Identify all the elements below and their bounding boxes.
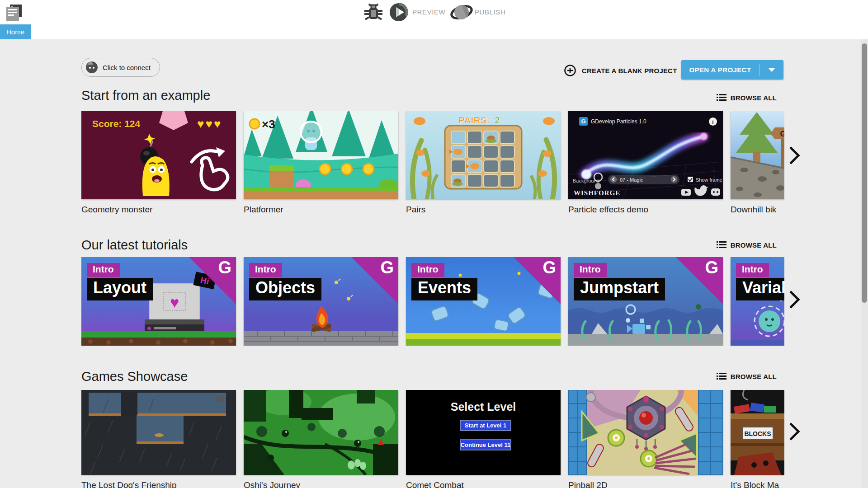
card-label: Geometry monster <box>81 205 236 215</box>
browse-all-label: BROWSE ALL <box>731 373 777 380</box>
tutorial-card-events[interactable]: G Intro Events <box>406 257 561 346</box>
topic-badge: Jumpstart <box>574 278 665 300</box>
example-card-downhill[interactable]: G Downhill bik <box>731 111 784 215</box>
info-icon[interactable]: i <box>712 119 713 125</box>
publish-label[interactable]: PUBLISH <box>475 8 505 16</box>
create-blank-project-button[interactable]: CREATE A BLANK PROJECT <box>564 64 677 77</box>
tutorial-card-objects[interactable]: G Intro Objects <box>244 257 398 346</box>
profile-face-icon <box>85 61 98 74</box>
intro-badge: Intro <box>87 263 120 277</box>
oshi-scene <box>244 390 398 475</box>
show-frame-label: Show frame <box>696 177 722 183</box>
intro-badge: Intro <box>736 263 769 277</box>
showcase-card-oshi[interactable]: Oshi's Journey <box>244 390 398 488</box>
preview-label[interactable]: PREVIEW <box>412 8 445 16</box>
showcase-card-pinball[interactable]: Pinball 2D <box>568 390 723 488</box>
browse-all-examples[interactable]: BROWSE ALL <box>717 94 777 102</box>
blocks-sign: BLOCKS <box>744 430 771 437</box>
showcase-card-lost-dog[interactable]: The Lost Dog's Frienship <box>81 390 236 488</box>
browse-all-label: BROWSE ALL <box>731 241 777 249</box>
tutorial-card-layout[interactable]: ♥ Hi G Intro <box>81 257 236 346</box>
card-label: Platformer <box>244 205 398 215</box>
card-label: Pinball 2D <box>568 480 723 488</box>
browse-all-tutorials[interactable]: BROWSE ALL <box>717 241 777 249</box>
tutorials-row: ♥ Hi G Intro <box>81 257 784 346</box>
particles-logo: G <box>581 118 585 125</box>
section-title-tutorials: Our latest tutorials <box>81 238 188 253</box>
showcase-card-blocks[interactable]: BLOCKS <box>731 390 784 488</box>
showcase-row: The Lost Dog's Frienship <box>81 390 784 488</box>
showcase-card-comet[interactable]: Select Level Start at Level 1 Continue L… <box>406 390 561 488</box>
example-card-particles[interactable]: G GDevelop Particles 1.0 i Background 07… <box>568 111 723 215</box>
intro-badge: Intro <box>249 263 282 277</box>
pairs-count: 2 <box>495 115 500 125</box>
coin-counter: ×3 <box>262 117 275 131</box>
gdevelop-logo: G <box>380 258 394 277</box>
card-label: The Lost Dog's Frienship <box>81 480 236 488</box>
example-card-geometry-monster[interactable]: Score: 124 ♥♥♥ <box>81 111 236 215</box>
particles-title: GDevelop Particles 1.0 <box>591 118 646 125</box>
chevron-down-icon <box>769 68 775 72</box>
example-card-pairs[interactable]: PAIRS: 2 <box>406 111 561 215</box>
pairs-header: PAIRS: <box>458 115 490 125</box>
particles-scene: G GDevelop Particles 1.0 i Background 07… <box>568 111 723 199</box>
card-label: Pairs <box>406 205 561 215</box>
preview-play-icon[interactable] <box>389 2 409 22</box>
card-label: It's Block Ma <box>731 480 784 488</box>
effect-selector[interactable]: 07 - Magic <box>620 177 643 183</box>
lost-dog-scene <box>81 390 236 475</box>
pinball-scene <box>568 390 723 475</box>
start-level-label: Start at Level 1 <box>465 422 507 429</box>
comet-scene: Select Level Start at Level 1 Continue L… <box>406 390 561 475</box>
list-icon <box>717 372 726 380</box>
topic-badge: Layout <box>87 278 153 300</box>
geometry-monster-scene: Score: 124 ♥♥♥ <box>81 111 236 199</box>
topic-badge: Events <box>411 278 477 300</box>
downhill-scene: G <box>731 111 784 199</box>
list-icon <box>717 94 726 102</box>
showcase-next-arrow[interactable] <box>788 422 801 441</box>
debug-icon[interactable] <box>363 3 383 22</box>
list-icon <box>717 241 726 249</box>
scrollbar-thumb[interactable] <box>862 43 867 303</box>
plus-circle-icon <box>564 64 576 77</box>
svg-text:♥: ♥ <box>170 294 179 311</box>
card-label: Oshi's Journey <box>244 480 398 488</box>
connect-button[interactable]: Click to connect <box>81 58 160 77</box>
card-label: Particle effects demo <box>568 205 723 215</box>
section-title-showcase: Games Showcase <box>81 369 188 384</box>
topic-badge: Variab <box>736 278 784 300</box>
gdevelop-logo: G <box>542 258 556 277</box>
browse-all-label: BROWSE ALL <box>731 94 777 102</box>
hearts-icons: ♥♥♥ <box>197 117 222 131</box>
card-label: Downhill bik <box>731 205 784 215</box>
wishforge-brand: WISHFORGE <box>574 189 620 197</box>
example-card-platformer[interactable]: ×3 Platformer <box>244 111 398 215</box>
topic-badge: Objects <box>249 278 321 300</box>
tab-home[interactable]: Home <box>0 24 31 39</box>
publish-planet-icon[interactable] <box>450 2 473 23</box>
intro-badge: Intro <box>574 263 607 277</box>
open-project-dropdown[interactable] <box>760 68 783 72</box>
select-level-title: Select Level <box>451 400 516 413</box>
examples-next-arrow[interactable] <box>788 145 801 165</box>
top-toolbar: PREVIEW PUBLISH <box>0 0 868 39</box>
gdevelop-logo: G <box>218 258 231 277</box>
score-text: Score: 124 <box>92 118 141 129</box>
tutorials-next-arrow[interactable] <box>788 290 801 310</box>
connect-label: Click to connect <box>103 64 151 71</box>
blocks-scene: BLOCKS <box>731 390 784 475</box>
tutorial-card-variables[interactable]: +1 G Intro Variab <box>731 257 784 346</box>
examples-row: Score: 124 ♥♥♥ <box>81 111 784 215</box>
sign-text: G <box>780 130 784 138</box>
intro-badge: Intro <box>411 263 444 277</box>
create-blank-label: CREATE A BLANK PROJECT <box>582 67 677 75</box>
gdevelop-logo: G <box>705 258 718 277</box>
tutorial-card-jumpstart[interactable]: G Intro Jumpstart <box>568 257 723 346</box>
open-project-button[interactable]: OPEN A PROJECT <box>681 60 783 80</box>
tab-home-label: Home <box>6 28 24 36</box>
pairs-scene: PAIRS: 2 <box>406 111 561 199</box>
card-label: Comet Combat <box>406 480 561 488</box>
project-manager-icon[interactable] <box>5 4 23 22</box>
browse-all-showcase[interactable]: BROWSE ALL <box>717 372 777 380</box>
